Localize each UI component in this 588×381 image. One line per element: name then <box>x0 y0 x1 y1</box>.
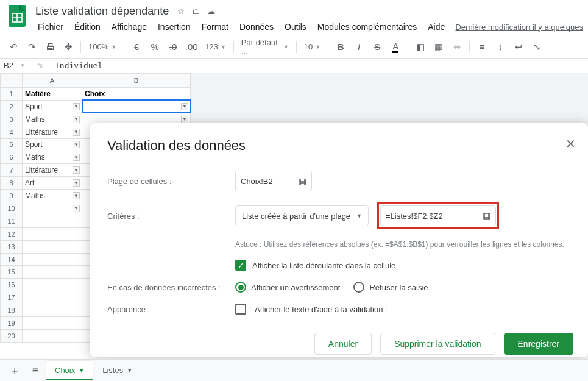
move-icon[interactable]: 🗀 <box>192 7 200 16</box>
cell[interactable]: Art▼ <box>23 177 82 190</box>
star-icon[interactable]: ☆ <box>177 7 185 16</box>
row-header[interactable]: 6 <box>1 151 23 164</box>
cell[interactable]: Choix <box>82 87 191 100</box>
row-header[interactable]: 20 <box>1 329 23 342</box>
borders-icon[interactable]: ▦ <box>430 38 447 55</box>
cell[interactable]: Sport▼ <box>23 138 82 151</box>
row-header[interactable]: 1 <box>1 87 23 100</box>
remove-validation-button[interactable]: Supprimer la validation <box>380 333 495 355</box>
undo-icon[interactable]: ↶ <box>5 38 22 55</box>
v-align-icon[interactable]: ↕ <box>492 38 509 55</box>
name-box[interactable]: B2▼ <box>0 59 29 73</box>
cell-selected[interactable]: ▼ <box>82 100 191 113</box>
row-header[interactable]: 7 <box>1 164 23 177</box>
save-button[interactable]: Enregistrer <box>504 333 573 355</box>
cell[interactable]: Maths▼ <box>23 151 82 164</box>
chevron-down-icon[interactable]: ▼ <box>127 368 132 374</box>
show-dropdown-checkbox[interactable]: ✓ <box>235 260 246 271</box>
font-size-select[interactable]: 10▼ <box>300 38 324 55</box>
all-sheets-icon[interactable]: ≡ <box>26 362 45 379</box>
merge-icon[interactable]: ⬌ <box>448 38 466 55</box>
cell[interactable] <box>23 266 82 279</box>
h-align-icon[interactable]: ≡ <box>473 38 491 55</box>
col-header-b[interactable]: B <box>82 74 191 88</box>
row-header[interactable]: 17 <box>1 291 23 304</box>
menu-file[interactable]: Fichier <box>33 20 68 34</box>
menu-format[interactable]: Format <box>197 20 233 34</box>
cell[interactable] <box>23 304 82 317</box>
cell[interactable]: Maths▼ <box>23 113 82 126</box>
row-header[interactable]: 15 <box>1 266 23 279</box>
menu-insert[interactable]: Insertion <box>153 20 196 34</box>
dropdown-icon[interactable]: ▼ <box>181 116 188 123</box>
cell[interactable] <box>23 329 82 342</box>
grid-picker-icon[interactable]: ▦ <box>483 211 491 221</box>
cell[interactable] <box>23 215 82 227</box>
increase-decimal-icon[interactable]: .00 <box>183 38 200 55</box>
dropdown-icon[interactable]: ▼ <box>73 103 80 110</box>
show-help-checkbox[interactable] <box>235 304 246 315</box>
row-header[interactable]: 10 <box>1 202 23 215</box>
row-header[interactable]: 2 <box>1 100 23 113</box>
cell[interactable]: Littérature▼ <box>23 164 82 177</box>
cell[interactable] <box>23 227 82 240</box>
row-header[interactable]: 4 <box>1 126 23 138</box>
row-header[interactable]: 8 <box>1 177 23 190</box>
row-header[interactable]: 5 <box>1 138 23 151</box>
cell[interactable] <box>23 279 82 291</box>
redo-icon[interactable]: ↷ <box>23 38 40 55</box>
decrease-decimal-icon[interactable]: .0 <box>165 38 182 55</box>
text-color-icon[interactable]: A <box>387 38 404 55</box>
dropdown-icon[interactable]: ▼ <box>73 141 80 148</box>
criteria-range-input[interactable]: =Listes!$F2:$Z2▦ <box>380 205 496 226</box>
dropdown-icon[interactable]: ▼ <box>73 179 80 187</box>
cell[interactable]: ▼ <box>23 202 82 215</box>
menu-tools[interactable]: Outils <box>280 20 311 34</box>
formula-input[interactable]: Individuel <box>51 59 588 73</box>
grid-picker-icon[interactable]: ▦ <box>299 176 306 186</box>
row-header[interactable]: 18 <box>1 304 23 317</box>
cell[interactable]: Maths▼ <box>23 190 82 202</box>
print-icon[interactable]: 🖶 <box>41 38 58 55</box>
dropdown-icon[interactable]: ▼ <box>181 103 188 110</box>
rotation-icon[interactable]: ⤡ <box>528 38 545 55</box>
fill-color-icon[interactable]: ◧ <box>412 38 429 55</box>
select-all-corner[interactable] <box>1 74 23 88</box>
criteria-select[interactable]: Liste créée à partir d'une plage▼ <box>235 205 369 226</box>
add-sheet-icon[interactable]: ＋ <box>5 362 24 379</box>
row-header[interactable]: 19 <box>1 317 23 330</box>
cell-range-input[interactable]: Choix!B2▦ <box>235 171 312 191</box>
cell[interactable]: Sport▼ <box>23 100 82 113</box>
row-header[interactable]: 9 <box>1 190 23 202</box>
dropdown-icon[interactable]: ▼ <box>73 129 80 136</box>
cell[interactable] <box>23 253 82 266</box>
radio-reject-input[interactable] <box>353 282 364 293</box>
row-header[interactable]: 11 <box>1 215 23 227</box>
currency-icon[interactable]: € <box>128 38 145 55</box>
cell[interactable] <box>23 240 82 253</box>
row-header[interactable]: 16 <box>1 279 23 291</box>
cloud-icon[interactable]: ☁ <box>207 7 215 16</box>
dropdown-icon[interactable]: ▼ <box>73 192 80 199</box>
sheet-tab[interactable]: Listes▼ <box>94 362 141 379</box>
cell[interactable]: Littérature▼ <box>23 126 82 138</box>
row-header[interactable]: 14 <box>1 253 23 266</box>
bold-icon[interactable]: B <box>332 38 349 55</box>
row-header[interactable]: 13 <box>1 240 23 253</box>
menu-help[interactable]: Aide <box>423 20 450 34</box>
col-header-a[interactable]: A <box>23 74 82 88</box>
menu-edit[interactable]: Édition <box>69 20 105 34</box>
row-header[interactable]: 12 <box>1 227 23 240</box>
font-select[interactable]: Par défaut ...▼ <box>238 38 292 55</box>
radio-show-warning[interactable] <box>235 282 246 293</box>
sheet-tab-active[interactable]: Choix▼ <box>46 361 93 380</box>
percent-icon[interactable]: % <box>146 38 163 55</box>
dropdown-icon[interactable]: ▼ <box>73 205 80 212</box>
menu-view[interactable]: Affichage <box>107 20 152 34</box>
close-icon[interactable]: ✕ <box>565 137 576 151</box>
last-modified[interactable]: Dernière modification il y a quelques <box>455 23 583 32</box>
dropdown-icon[interactable]: ▼ <box>73 116 80 123</box>
wrap-icon[interactable]: ↩ <box>510 38 527 55</box>
dropdown-icon[interactable]: ▼ <box>73 166 80 174</box>
chevron-down-icon[interactable]: ▼ <box>79 368 84 374</box>
